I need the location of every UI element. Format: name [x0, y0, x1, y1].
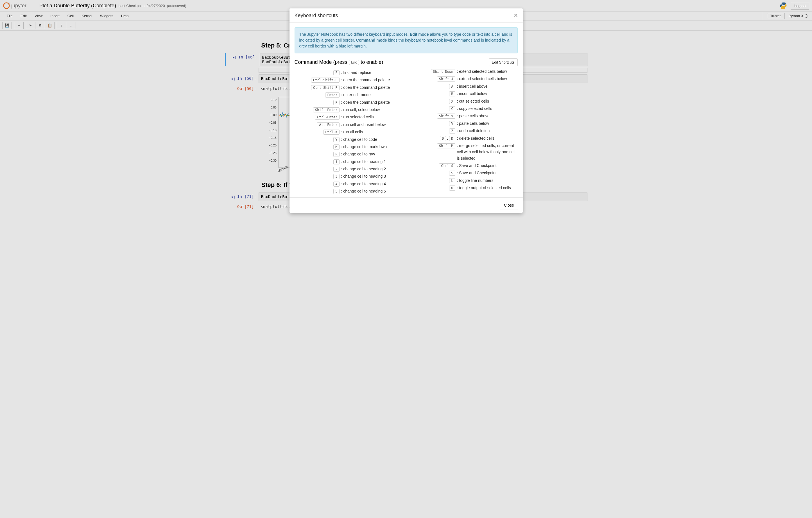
- kbd-key: 1: [334, 160, 339, 165]
- shortcut-row: S: Save and Checkpoint: [410, 170, 518, 176]
- shortcut-row: Shift-Enter: run cell, select below: [295, 107, 402, 113]
- shortcut-desc: : change cell to heading 3: [340, 173, 386, 179]
- shortcut-desc: : undo cell deletion: [455, 127, 490, 134]
- kbd-key: P: [334, 100, 339, 105]
- shortcut-row: Shift-V: paste cells above: [410, 113, 518, 119]
- shortcut-row: P: open the command palette: [295, 99, 402, 106]
- shortcut-row: 5: change cell to heading 5: [295, 188, 402, 194]
- modal-title: Keyboard shortcuts: [295, 13, 338, 19]
- shortcut-row: Z: undo cell deletion: [410, 127, 518, 134]
- kbd-key: O: [449, 185, 455, 191]
- mode-explanation: The Jupyter Notebook has two different k…: [295, 27, 518, 53]
- shortcut-desc: : change cell to heading 1: [340, 159, 386, 165]
- kbd-key: 4: [334, 181, 339, 186]
- kbd-key: 2: [334, 167, 339, 172]
- shortcut-desc: : enter edit mode: [340, 92, 371, 98]
- kbd-key: L: [449, 178, 455, 183]
- shortcut-desc: : change cell to heading 4: [340, 181, 386, 187]
- shortcut-row: L: toggle line numbers: [410, 177, 518, 183]
- shortcut-row: Ctrl-Shift-P: open the command palette: [295, 84, 402, 90]
- shortcut-desc: : change cell to heading 5: [340, 188, 386, 194]
- shortcut-row: 2: change cell to heading 2: [295, 166, 402, 172]
- shortcut-desc: : find and replace: [340, 69, 371, 76]
- shortcut-row: Shift-Down: extend selected cells below: [410, 68, 518, 75]
- shortcut-desc: : merge selected cells, or current cell …: [455, 143, 518, 161]
- kbd-key: R: [334, 152, 339, 157]
- close-button[interactable]: Close: [500, 201, 518, 209]
- shortcut-row: Shift-J: extend selected cells below: [410, 76, 518, 82]
- shortcut-row: Ctrl-Shift-F: open the command palette: [295, 77, 402, 83]
- shortcut-row: 1: change cell to heading 1: [295, 159, 402, 165]
- shortcut-desc: : copy selected cells: [455, 106, 492, 112]
- shortcut-desc: : insert cell above: [455, 83, 488, 89]
- shortcut-desc: : change cell to markdown: [340, 144, 387, 150]
- edit-shortcuts-button[interactable]: Edit Shortcuts: [489, 58, 518, 66]
- shortcut-desc: : run cell, select below: [340, 107, 380, 113]
- shortcut-desc: : run all cells: [340, 129, 363, 135]
- shortcut-row: V: paste cells below: [410, 120, 518, 126]
- shortcut-desc: : change cell to heading 2: [340, 166, 386, 172]
- shortcut-desc: : run cell and insert below: [340, 121, 386, 127]
- kbd-key: Enter: [325, 92, 339, 97]
- shortcut-desc: : open the command palette: [340, 77, 390, 83]
- shortcut-row: 3: change cell to heading 3: [295, 173, 402, 179]
- shortcut-desc: : Save and Checkpoint: [455, 170, 497, 176]
- kbd-key: Ctrl-Shift-F: [311, 78, 340, 83]
- shortcut-desc: : paste cells below: [455, 120, 489, 126]
- kbd-key: C: [449, 106, 455, 111]
- shortcut-row: Ctrl-K: run all cells: [295, 129, 402, 135]
- shortcut-row: Y: change cell to code: [295, 136, 402, 143]
- shortcut-row: F: find and replace: [295, 69, 402, 76]
- shortcut-desc: : open the command palette: [340, 99, 390, 106]
- close-icon[interactable]: ×: [514, 12, 518, 19]
- shortcut-row: C: copy selected cells: [410, 106, 518, 112]
- shortcut-desc: : toggle output of selected cells: [455, 185, 511, 191]
- kbd-key: Shift-J: [437, 77, 455, 82]
- shortcut-row: Shift-M: merge selected cells, or curren…: [410, 143, 518, 161]
- shortcut-row: R: change cell to raw: [295, 151, 402, 157]
- shortcut-row: 4: change cell to heading 4: [295, 181, 402, 187]
- shortcut-desc: : Save and Checkpoint: [455, 163, 497, 169]
- shortcut-desc: : insert cell below: [455, 90, 487, 97]
- kbd-key: Alt-Enter: [317, 122, 339, 127]
- kbd-key: V: [449, 121, 455, 126]
- shortcut-desc: : cut selected cells: [455, 98, 489, 104]
- shortcut-desc: : extend selected cells below: [455, 76, 507, 82]
- shortcut-row: Enter: enter edit mode: [295, 92, 402, 98]
- shortcut-row: Ctrl-S: Save and Checkpoint: [410, 163, 518, 169]
- kbd-key: F: [334, 70, 339, 75]
- kbd-key: M: [334, 144, 339, 149]
- shortcut-row: O: toggle output of selected cells: [410, 185, 518, 191]
- modal-overlay[interactable]: Keyboard shortcuts × The Jupyter Noteboo…: [0, 0, 812, 224]
- keyboard-shortcuts-modal: Keyboard shortcuts × The Jupyter Noteboo…: [290, 8, 523, 213]
- command-mode-heading: Command Mode (press Esc to enable): [295, 59, 383, 65]
- shortcut-desc: : toggle line numbers: [455, 177, 494, 183]
- shortcut-row: D , D: delete selected cells: [410, 135, 518, 141]
- kbd-key: Shift-Down: [431, 69, 455, 74]
- shortcut-desc: : run selected cells: [340, 114, 374, 120]
- kbd-key: D: [449, 136, 455, 141]
- kbd-key: 5: [334, 189, 339, 194]
- kbd-key: Shift-Enter: [313, 107, 339, 112]
- shortcut-row: A: insert cell above: [410, 83, 518, 89]
- shortcut-desc: : paste cells above: [455, 113, 490, 119]
- kbd-key: Shift-M: [437, 143, 455, 148]
- shortcut-desc: : delete selected cells: [455, 135, 495, 141]
- kbd-key: X: [449, 99, 455, 104]
- kbd-key: Ctrl-Enter: [315, 115, 339, 120]
- shortcut-row: Ctrl-Enter: run selected cells: [295, 114, 402, 120]
- shortcut-desc: : change cell to raw: [340, 151, 375, 157]
- kbd-key: Y: [334, 137, 339, 142]
- shortcut-row: Alt-Enter: run cell and insert below: [295, 121, 402, 127]
- shortcut-desc: : extend selected cells below: [455, 68, 507, 75]
- shortcut-desc: : open the command palette: [340, 84, 390, 90]
- shortcut-row: X: cut selected cells: [410, 98, 518, 104]
- kbd-key: A: [449, 84, 455, 89]
- kbd-key: B: [449, 91, 455, 96]
- kbd-key: Ctrl-K: [323, 130, 339, 135]
- kbd-key: 3: [334, 174, 339, 179]
- shortcut-row: B: insert cell below: [410, 90, 518, 97]
- kbd-key: Z: [449, 128, 455, 134]
- kbd-key: Ctrl-Shift-P: [311, 85, 340, 90]
- kbd-key: Ctrl-S: [439, 163, 455, 168]
